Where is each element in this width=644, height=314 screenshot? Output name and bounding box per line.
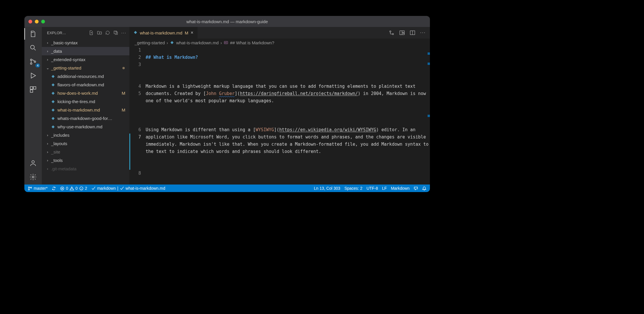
file-whats-good-for[interactable]: whats-markdown-good-for… bbox=[42, 114, 129, 123]
file-flavors[interactable]: flavors-of-markdown.md bbox=[42, 81, 129, 89]
compare-changes-icon[interactable] bbox=[389, 30, 395, 36]
markdown-file-icon bbox=[50, 99, 56, 104]
markdown-file-icon bbox=[50, 74, 56, 79]
status-feedback-icon[interactable] bbox=[414, 186, 418, 191]
chevron-right-icon: › bbox=[45, 167, 50, 171]
markdown-file-icon bbox=[50, 91, 56, 96]
status-sync[interactable] bbox=[52, 186, 56, 191]
open-preview-icon[interactable] bbox=[399, 30, 405, 36]
folder-git-metadata[interactable]: › .git-metadata bbox=[42, 165, 129, 173]
debug-activity-icon[interactable] bbox=[29, 72, 37, 80]
svg-point-1 bbox=[30, 59, 32, 61]
svg-rect-9 bbox=[114, 31, 117, 34]
code-content[interactable]: ## What is Markdown? Markdown is a light… bbox=[146, 47, 430, 185]
file-why-use[interactable]: why-use-markdown.md bbox=[42, 123, 129, 131]
svg-point-18 bbox=[30, 187, 32, 188]
folder-site[interactable]: › _site bbox=[42, 148, 129, 156]
text-editor[interactable]: 1 2 3 4 5 6 7 8 ## What is Markdown? Mar… bbox=[129, 47, 430, 185]
svg-point-7 bbox=[32, 160, 35, 163]
file-how-does-it-work[interactable]: how-does-it-work.md M bbox=[42, 89, 129, 97]
modified-badge: M bbox=[122, 107, 126, 112]
collapse-all-icon[interactable] bbox=[113, 30, 119, 36]
accounts-activity-icon[interactable] bbox=[29, 159, 37, 167]
markdown-file-icon bbox=[50, 124, 56, 129]
file-what-is-markdown[interactable]: what-is-markdown.md M bbox=[42, 106, 129, 114]
modified-badge: M bbox=[122, 91, 126, 96]
status-encoding[interactable]: UTF-8 bbox=[366, 186, 378, 191]
body: 4 EXPLOR… ··· bbox=[24, 27, 430, 185]
status-bar: master* 0 0 2 markdown | what-is-markdow… bbox=[24, 185, 430, 192]
glyph-margin bbox=[129, 47, 131, 185]
extensions-activity-icon[interactable] bbox=[29, 85, 37, 94]
folder-data[interactable]: › _data bbox=[42, 47, 129, 55]
sidebar-title: EXPLOR… bbox=[47, 31, 86, 35]
sidebar-header: EXPLOR… ··· bbox=[42, 27, 129, 39]
breadcrumb-symbol[interactable]: ## What is Markdown? bbox=[230, 40, 274, 45]
chevron-right-icon: › bbox=[45, 133, 50, 137]
editor-area: what-is-markdown.md M × ··· _getting-sta… bbox=[129, 27, 430, 185]
close-button[interactable] bbox=[28, 20, 32, 23]
overview-ruler[interactable] bbox=[426, 47, 430, 185]
svg-point-11 bbox=[392, 33, 394, 35]
chevron-right-icon: › bbox=[167, 40, 168, 45]
zoom-button[interactable] bbox=[41, 20, 45, 23]
status-eol[interactable]: LF bbox=[382, 186, 387, 191]
status-spaces[interactable]: Spaces: 2 bbox=[344, 186, 362, 191]
status-language[interactable]: Markdown bbox=[391, 186, 410, 191]
svg-point-8 bbox=[32, 176, 34, 178]
titlebar[interactable]: what-is-markdown.md — markdown-guide bbox=[24, 16, 430, 27]
breadcrumb-file[interactable]: what-is-markdown.md bbox=[176, 40, 219, 45]
window-title: what-is-markdown.md — markdown-guide bbox=[24, 19, 430, 24]
svg-point-16 bbox=[28, 187, 30, 188]
settings-activity-icon[interactable] bbox=[29, 173, 37, 181]
tab-what-is-markdown[interactable]: what-is-markdown.md M × bbox=[129, 27, 198, 39]
markdown-file-icon bbox=[170, 40, 174, 45]
gutter: 1 2 3 4 5 6 7 8 bbox=[131, 47, 146, 185]
status-branch[interactable]: master* bbox=[28, 186, 48, 191]
breadcrumbs[interactable]: _getting-started › what-is-markdown.md ›… bbox=[129, 39, 430, 47]
tab-label: what-is-markdown.md bbox=[140, 30, 182, 35]
search-activity-icon[interactable] bbox=[29, 44, 37, 52]
more-actions-icon[interactable]: ··· bbox=[420, 30, 426, 36]
markdown-file-icon bbox=[50, 82, 56, 87]
minimize-button[interactable] bbox=[35, 20, 39, 23]
window-controls bbox=[28, 20, 45, 23]
tab-modified-badge: M bbox=[185, 30, 189, 35]
folder-getting-started[interactable]: ⌄ _getting-started bbox=[42, 64, 129, 72]
scm-activity-icon[interactable]: 4 bbox=[29, 58, 37, 66]
status-bell-icon[interactable] bbox=[422, 186, 426, 191]
explorer-sidebar: EXPLOR… ··· › _basic-syntax › _data › bbox=[42, 27, 129, 185]
svg-rect-5 bbox=[33, 87, 36, 89]
activity-bar: 4 bbox=[24, 27, 42, 185]
status-problems[interactable]: 0 0 2 bbox=[60, 186, 87, 191]
editor-tabs: what-is-markdown.md M × ··· bbox=[129, 27, 430, 39]
markdown-file-icon bbox=[133, 30, 138, 35]
breadcrumb-folder[interactable]: _getting-started bbox=[135, 40, 165, 45]
refresh-icon[interactable] bbox=[104, 30, 111, 36]
markdown-file-icon bbox=[50, 116, 56, 121]
folder-basic-syntax[interactable]: › _basic-syntax bbox=[42, 39, 129, 47]
markdown-file-icon bbox=[50, 107, 56, 113]
file-kicking[interactable]: kicking-the-tires.md bbox=[42, 97, 129, 106]
more-icon[interactable]: ··· bbox=[121, 30, 127, 36]
status-lncol[interactable]: Ln 13, Col 303 bbox=[314, 186, 340, 191]
file-tree: › _basic-syntax › _data › _extended-synt… bbox=[42, 39, 129, 185]
modified-dot-icon bbox=[122, 67, 125, 69]
explorer-activity-icon[interactable] bbox=[29, 30, 37, 38]
status-checks[interactable]: markdown | what-is-markdown.md bbox=[91, 186, 165, 191]
svg-point-10 bbox=[390, 31, 391, 32]
split-editor-icon[interactable] bbox=[410, 30, 415, 36]
new-folder-icon[interactable] bbox=[96, 30, 103, 36]
chevron-right-icon: › bbox=[220, 40, 222, 45]
new-file-icon[interactable] bbox=[88, 30, 95, 36]
close-tab-icon[interactable]: × bbox=[191, 30, 193, 35]
svg-point-17 bbox=[28, 189, 30, 190]
folder-extended-syntax[interactable]: › _extended-syntax bbox=[42, 55, 129, 64]
folder-includes[interactable]: › _includes bbox=[42, 131, 129, 139]
file-additional-resources[interactable]: additional-resources.md bbox=[42, 72, 129, 81]
folder-layouts[interactable]: › _layouts bbox=[42, 139, 129, 148]
folder-tools[interactable]: › _tools bbox=[42, 156, 129, 165]
svg-rect-6 bbox=[30, 90, 33, 92]
symbol-text-icon bbox=[224, 40, 228, 45]
svg-point-13 bbox=[403, 32, 404, 33]
